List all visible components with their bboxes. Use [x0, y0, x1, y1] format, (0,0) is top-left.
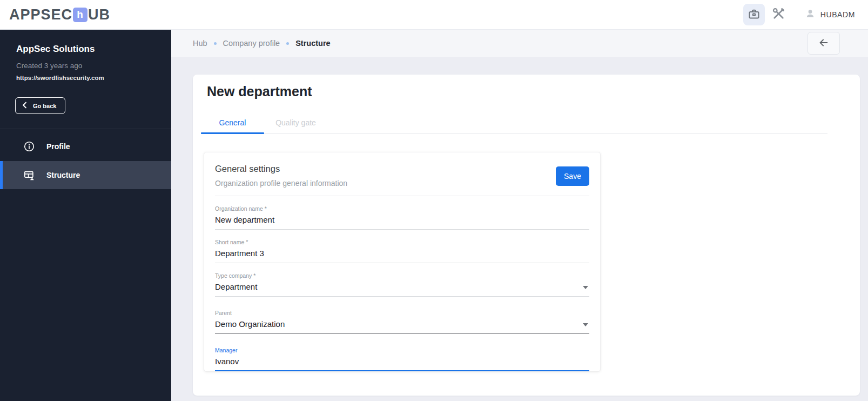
breadcrumb-hub[interactable]: Hub	[193, 39, 207, 48]
organization-name-field: Organization name * New department	[215, 205, 589, 230]
type-company-label: Type company *	[215, 272, 589, 279]
admin-tools-button[interactable]	[769, 5, 789, 24]
parent-select[interactable]: Demo Organization	[215, 319, 589, 334]
chevron-left-icon	[22, 102, 27, 110]
logo-icon-letter: h	[77, 9, 84, 21]
sidebar-org-summary: AppSec Solutions Created 3 years ago htt…	[0, 30, 171, 81]
manager-input[interactable]: Ivanov	[215, 357, 589, 371]
user-menu[interactable]: HUBADM	[805, 8, 855, 21]
short-name-label: Short name *	[215, 239, 589, 245]
arrow-left-icon	[818, 37, 830, 50]
type-company-field: Type company * Department	[215, 272, 589, 297]
sidebar-menu: Profile Structure	[0, 129, 171, 189]
org-structure-icon	[23, 169, 35, 182]
parent-label: Parent	[215, 310, 589, 316]
parent-field: Parent Demo Organization	[215, 310, 589, 334]
save-button[interactable]: Save	[556, 166, 589, 186]
sidebar-item-structure[interactable]: Structure	[0, 161, 171, 189]
briefcase-icon	[748, 8, 761, 22]
card-subtitle: Organization profile general information	[215, 179, 589, 188]
org-name: AppSec Solutions	[16, 44, 156, 55]
tab-bar: General Quality gate	[201, 112, 827, 133]
breadcrumb-separator-dot	[214, 42, 217, 45]
app-logo: APPSEC h UB	[9, 6, 110, 23]
back-button[interactable]	[808, 32, 840, 55]
logo-text-suffix: UB	[88, 6, 110, 23]
tools-icon	[772, 7, 785, 22]
username-label: HUBADM	[820, 10, 855, 19]
card-divider	[215, 196, 589, 196]
info-icon	[23, 141, 35, 152]
chevron-down-icon[interactable]	[583, 286, 588, 289]
card-title: General settings	[215, 164, 589, 174]
chevron-down-icon[interactable]	[583, 323, 588, 326]
organization-name-label: Organization name *	[215, 205, 589, 212]
general-settings-card: General settings Organization profile ge…	[204, 152, 601, 372]
page-title: New department	[207, 84, 312, 99]
sidebar-item-label: Structure	[46, 171, 80, 179]
go-back-button[interactable]: Go back	[15, 97, 65, 114]
main-panel: New department General Quality gate Gene…	[193, 75, 860, 396]
organization-name-input[interactable]: New department	[215, 215, 589, 230]
org-url: https://swordfishsecurity.com	[16, 75, 156, 81]
breadcrumb-structure: Structure	[295, 39, 330, 48]
user-avatar-icon	[805, 8, 816, 21]
sidebar: AppSec Solutions Created 3 years ago htt…	[0, 30, 171, 401]
top-header: APPSEC h UB	[0, 0, 868, 30]
breadcrumb-company-profile[interactable]: Company profile	[223, 39, 280, 48]
briefcase-button[interactable]	[743, 4, 765, 25]
manager-field: Manager Ivanov	[215, 347, 589, 371]
org-created-label: Created 3 years ago	[16, 62, 156, 70]
go-back-label: Go back	[33, 103, 56, 109]
breadcrumb: Hub Company profile Structure	[171, 30, 868, 57]
type-company-select[interactable]: Department	[215, 282, 589, 297]
logo-text-prefix: APPSEC	[9, 6, 72, 23]
breadcrumb-separator-dot	[286, 42, 289, 45]
sidebar-item-label: Profile	[46, 142, 70, 151]
short-name-input[interactable]: Department 3	[215, 249, 589, 263]
short-name-field: Short name * Department 3	[215, 239, 589, 263]
tab-general[interactable]: General	[201, 112, 264, 133]
tab-quality-gate[interactable]: Quality gate	[264, 112, 327, 133]
logo-h-icon: h	[73, 8, 88, 22]
manager-label: Manager	[215, 347, 589, 353]
header-actions: HUBADM	[743, 4, 855, 25]
sidebar-item-profile[interactable]: Profile	[0, 133, 171, 159]
